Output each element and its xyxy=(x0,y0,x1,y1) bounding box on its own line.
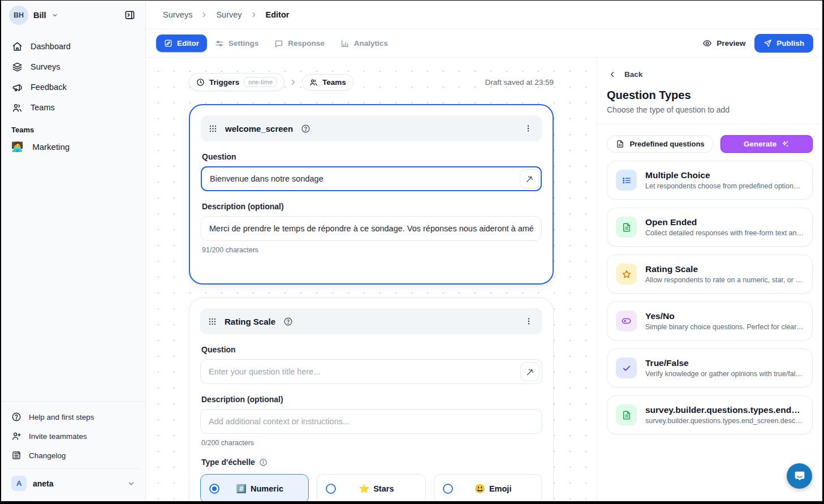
more-options-icon[interactable] xyxy=(522,315,536,328)
chevron-right-icon xyxy=(200,11,208,19)
scale-type-label: Type d'échelle xyxy=(201,458,541,467)
generate-label: Generate xyxy=(744,140,777,148)
scale-option-stars[interactable]: ⭐ Stars xyxy=(317,474,425,501)
scale-option-label: Numeric xyxy=(251,484,283,493)
sidebar-item-surveys[interactable]: Surveys xyxy=(7,57,140,77)
question-card-rating-scale[interactable]: Rating Scale Question xyxy=(189,298,554,501)
sidebar-footer: Help and first steps Invite teammates Ch… xyxy=(1,401,145,501)
chevron-down-icon xyxy=(51,12,58,19)
back-label: Back xyxy=(624,70,642,79)
toggle-icon xyxy=(616,311,637,331)
changelog-item[interactable]: Changelog xyxy=(7,446,140,465)
publish-button[interactable]: Publish xyxy=(754,34,813,53)
predefined-questions-label: Predefined questions xyxy=(629,140,704,148)
breadcrumb-survey[interactable]: Survey xyxy=(216,10,241,19)
sidebar-item-marketing[interactable]: 🧑‍💻 Marketing xyxy=(1,137,145,156)
clock-icon xyxy=(196,78,205,87)
preview-button[interactable]: Preview xyxy=(702,38,745,48)
file-text-icon xyxy=(616,404,637,425)
question-card-header: Rating Scale xyxy=(200,308,542,334)
char-count: 91/200 characters xyxy=(202,246,541,254)
back-button[interactable]: Back xyxy=(607,58,813,81)
smiley-emoji-icon: 😃 xyxy=(474,484,485,494)
question-description-input[interactable] xyxy=(201,216,542,241)
chevron-down-icon xyxy=(127,480,135,488)
question-type-true-false[interactable]: True/False Verify knowledge or gather op… xyxy=(607,348,813,387)
question-title-input[interactable] xyxy=(200,359,542,384)
sidebar-item-dashboard[interactable]: Dashboard xyxy=(7,36,140,57)
question-type-end-screen[interactable]: survey.builder.questions.types.end_scr..… xyxy=(607,395,813,434)
scale-option-label: Stars xyxy=(373,484,394,493)
help-circle-icon[interactable] xyxy=(301,124,310,133)
breadcrumb: Surveys Survey Editor xyxy=(146,1,822,29)
preview-label: Preview xyxy=(717,39,745,48)
chat-launcher-button[interactable] xyxy=(787,463,812,489)
tab-response[interactable]: Response xyxy=(266,35,333,53)
sidebar-item-label: Dashboard xyxy=(31,42,71,51)
file-code-icon xyxy=(616,140,624,148)
magic-wand-icon xyxy=(526,368,534,376)
info-circle-icon[interactable] xyxy=(259,458,268,467)
draft-status: Draft saved at 23:59 xyxy=(485,78,554,87)
chevron-right-icon xyxy=(289,78,297,87)
question-field-label: Question xyxy=(201,345,541,354)
tab-analytics[interactable]: Analytics xyxy=(333,35,396,53)
sidebar-collapse-button[interactable] xyxy=(120,6,139,24)
question-description-input[interactable] xyxy=(200,409,542,434)
predefined-questions-button[interactable]: Predefined questions xyxy=(607,135,714,153)
question-card-welcome-screen[interactable]: welcome_screen Question xyxy=(189,104,554,285)
triggers-chip[interactable]: Triggers one-time xyxy=(189,73,284,91)
scale-option-numeric[interactable]: #️⃣ Numeric xyxy=(200,474,309,501)
account-menu[interactable]: A aneta xyxy=(7,468,140,498)
question-type-title: Rating Scale xyxy=(645,264,804,274)
sidebar-nav: Dashboard Surveys Feedback Teams xyxy=(1,29,145,118)
scale-option-emoji[interactable]: 😃 Emoji xyxy=(434,474,542,501)
footer-item-label: Help and first steps xyxy=(29,413,94,421)
question-type-yes-no[interactable]: Yes/No Simple binary choice questions. P… xyxy=(607,301,813,341)
footer-item-label: Invite teammates xyxy=(29,432,87,441)
workspace-avatar: BH xyxy=(9,6,28,25)
question-type-title: Multiple Choice xyxy=(645,170,804,180)
tab-settings[interactable]: Settings xyxy=(207,35,266,53)
scale-option-label: Emoji xyxy=(489,484,511,493)
help-first-steps-item[interactable]: Help and first steps xyxy=(7,407,140,427)
account-avatar: A xyxy=(11,476,27,491)
tab-label: Settings xyxy=(228,39,258,48)
workspace-switcher[interactable]: BH Bill xyxy=(9,6,58,25)
pencil-square-icon xyxy=(164,39,172,48)
sidebar-item-label: Feedback xyxy=(31,83,67,92)
drag-handle-icon[interactable] xyxy=(209,124,217,133)
more-options-icon[interactable] xyxy=(521,122,535,135)
question-type-multiple-choice[interactable]: Multiple Choice Let respondents choose f… xyxy=(607,161,813,200)
breadcrumb-surveys[interactable]: Surveys xyxy=(163,10,192,19)
bar-chart-icon xyxy=(340,39,350,48)
help-circle-icon[interactable] xyxy=(283,317,293,326)
question-type-description: Let respondents choose from predefined o… xyxy=(645,182,804,190)
publish-label: Publish xyxy=(776,39,804,48)
triggers-chip-label: Triggers xyxy=(209,78,239,87)
generate-button[interactable]: Generate xyxy=(721,135,813,153)
question-type-title: Open Ended xyxy=(645,217,804,227)
user-plus-icon xyxy=(11,431,21,441)
drag-handle-icon[interactable] xyxy=(208,317,217,326)
breadcrumb-editor: Editor xyxy=(266,10,290,19)
account-name: aneta xyxy=(33,479,54,488)
teams-chip[interactable]: Teams xyxy=(302,74,353,91)
sidebar-item-teams[interactable]: Teams xyxy=(7,97,140,118)
chevron-right-icon xyxy=(250,11,258,19)
question-title-input[interactable] xyxy=(201,166,542,191)
question-type-open-ended[interactable]: Open Ended Collect detailed responses wi… xyxy=(607,208,813,247)
sidebar-item-feedback[interactable]: Feedback xyxy=(7,77,140,97)
magic-wand-button[interactable] xyxy=(520,362,540,381)
tab-label: Analytics xyxy=(354,39,388,48)
magic-wand-button[interactable] xyxy=(520,169,539,188)
editor-toolbar: Editor Settings Response Analytics xyxy=(146,29,822,58)
description-field-label: Description (optional) xyxy=(201,395,541,404)
invite-teammates-item[interactable]: Invite teammates xyxy=(7,427,140,446)
tab-editor[interactable]: Editor xyxy=(156,35,207,52)
panel-actions: Predefined questions Generate xyxy=(607,135,813,153)
question-type-description: Simple binary choice questions. Perfect … xyxy=(645,323,804,331)
question-type-title: survey.builder.questions.types.end_scr..… xyxy=(645,405,804,415)
numeric-emoji-icon: #️⃣ xyxy=(236,484,247,494)
question-type-rating-scale[interactable]: Rating Scale Allow respondents to rate o… xyxy=(607,255,813,294)
